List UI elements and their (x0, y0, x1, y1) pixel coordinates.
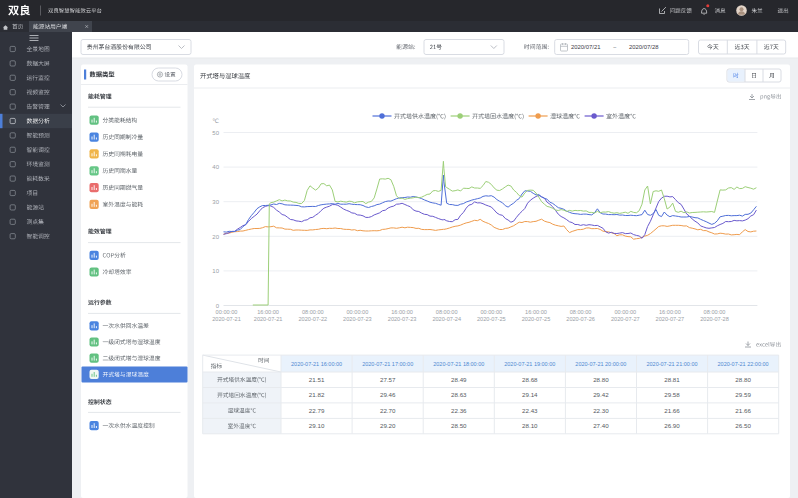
svg-text:21.51: 21.51 (309, 376, 325, 383)
svg-text:16:00:00: 16:00:00 (391, 309, 413, 315)
svg-text:2020-07-21 18:00:00: 2020-07-21 18:00:00 (433, 361, 484, 367)
svg-text:10: 10 (212, 268, 219, 274)
svg-text:22.30: 22.30 (593, 407, 609, 414)
svg-text:08:00:00: 08:00:00 (302, 309, 324, 315)
svg-text:2020/07/21: 2020/07/21 (571, 44, 600, 50)
svg-text:00:00:00: 00:00:00 (480, 309, 502, 315)
svg-text:20: 20 (212, 234, 219, 240)
svg-text:2020-07-21 19:00:00: 2020-07-21 19:00:00 (504, 361, 555, 367)
svg-text:℃: ℃ (212, 118, 219, 124)
svg-text:21.66: 21.66 (735, 407, 751, 414)
svg-text:2020-07-21 16:00:00: 2020-07-21 16:00:00 (291, 361, 342, 367)
svg-text:00:00:00: 00:00:00 (216, 309, 238, 315)
svg-text:2020-07-27: 2020-07-27 (611, 316, 640, 322)
svg-text:~: ~ (613, 44, 617, 50)
svg-text:2020-07-25: 2020-07-25 (522, 316, 551, 322)
svg-text:28.80: 28.80 (735, 376, 751, 383)
svg-text:2020-07-27: 2020-07-27 (656, 316, 685, 322)
svg-text:2020-07-25: 2020-07-25 (477, 316, 506, 322)
svg-text:08:00:00: 08:00:00 (436, 309, 458, 315)
svg-text:29.42: 29.42 (593, 391, 609, 398)
svg-text:2020-07-21 20:00:00: 2020-07-21 20:00:00 (575, 361, 626, 367)
svg-text:2020-07-21 21:00:00: 2020-07-21 21:00:00 (646, 361, 697, 367)
svg-text:2020-07-23: 2020-07-23 (388, 316, 417, 322)
svg-text:40: 40 (212, 164, 219, 170)
svg-text:28.80: 28.80 (593, 376, 609, 383)
svg-text:00:00:00: 00:00:00 (614, 309, 636, 315)
svg-text:27.57: 27.57 (380, 376, 396, 383)
svg-text:28.10: 28.10 (522, 422, 538, 429)
svg-text:2020-07-23: 2020-07-23 (343, 316, 372, 322)
svg-text:21.66: 21.66 (664, 407, 680, 414)
svg-text:29.58: 29.58 (664, 391, 680, 398)
svg-text:2020-07-21: 2020-07-21 (254, 316, 283, 322)
svg-text:28.49: 28.49 (451, 376, 467, 383)
svg-text:22.36: 22.36 (451, 407, 467, 414)
svg-text:29.46: 29.46 (380, 391, 396, 398)
svg-text:2020-07-24: 2020-07-24 (432, 316, 461, 322)
svg-text:21.82: 21.82 (309, 391, 325, 398)
svg-text:22.70: 22.70 (380, 407, 396, 414)
svg-text:22.79: 22.79 (309, 407, 325, 414)
svg-text:26.90: 26.90 (664, 422, 680, 429)
svg-text:2020-07-21 22:00:00: 2020-07-21 22:00:00 (718, 361, 769, 367)
svg-text:28.81: 28.81 (664, 376, 680, 383)
svg-text:29.10: 29.10 (309, 422, 325, 429)
svg-text:00:00:00: 00:00:00 (347, 309, 369, 315)
svg-text:16:00:00: 16:00:00 (659, 309, 681, 315)
svg-text:27.40: 27.40 (593, 422, 609, 429)
svg-text:28.68: 28.68 (522, 376, 538, 383)
svg-text:16:00:00: 16:00:00 (257, 309, 279, 315)
svg-text:26.50: 26.50 (735, 422, 751, 429)
svg-text:08:00:00: 08:00:00 (570, 309, 592, 315)
svg-text:2020-07-21: 2020-07-21 (212, 316, 241, 322)
svg-text:28.50: 28.50 (451, 422, 467, 429)
svg-text:2020-07-21 17:00:00: 2020-07-21 17:00:00 (362, 361, 413, 367)
svg-text:22.43: 22.43 (522, 407, 538, 414)
svg-text:30: 30 (212, 199, 219, 205)
svg-text:2020-07-22: 2020-07-22 (298, 316, 327, 322)
svg-text:16:00:00: 16:00:00 (525, 309, 547, 315)
svg-text:2020/07/28: 2020/07/28 (629, 44, 659, 50)
svg-text:29.20: 29.20 (380, 422, 396, 429)
svg-text:50: 50 (212, 130, 219, 136)
svg-text:2020-07-26: 2020-07-26 (566, 316, 595, 322)
svg-text:28.63: 28.63 (451, 391, 467, 398)
svg-text:08:00:00: 08:00:00 (704, 309, 726, 315)
svg-text:2020-07-28: 2020-07-28 (700, 316, 729, 322)
svg-text:29.14: 29.14 (522, 391, 538, 398)
svg-text:29.59: 29.59 (735, 391, 751, 398)
